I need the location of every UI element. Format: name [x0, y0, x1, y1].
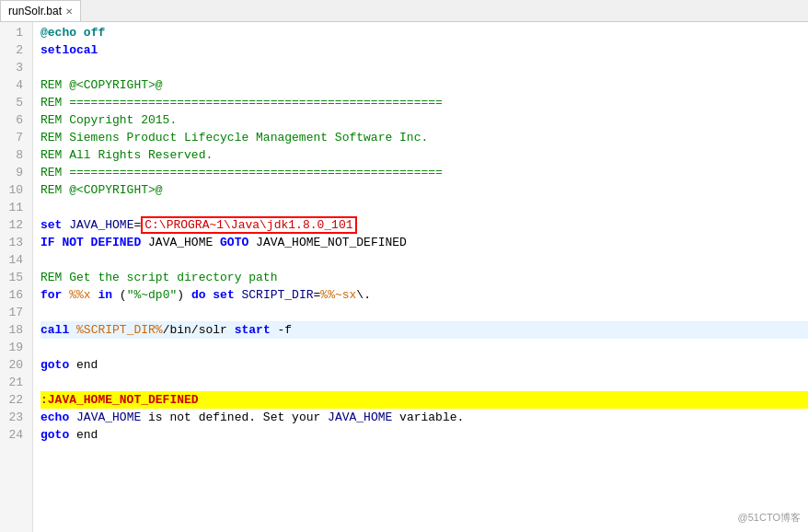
line-num-5: 5	[0, 94, 27, 111]
line-num-21: 21	[0, 374, 27, 391]
tab-label: runSolr.bat	[8, 5, 62, 17]
code-line-9: REM ====================================…	[40, 164, 808, 181]
code-line-15: REM Get the script directory path	[40, 269, 808, 286]
code-line-12: set JAVA_HOME=C:\PROGRA~1\Java\jdk1.8.0_…	[40, 216, 808, 234]
line-num-24: 24	[0, 426, 27, 444]
line-num-12: 12	[0, 216, 27, 234]
code-line-2: setlocal	[40, 41, 808, 59]
code-line-10: REM @<COPYRIGHT>@	[40, 181, 808, 199]
tab-bar: runSolr.bat ✕	[0, 0, 808, 22]
code-line-7: REM Siemens Product Lifecycle Management…	[40, 129, 808, 146]
line-num-2: 2	[0, 41, 27, 59]
code-line-13: IF NOT DEFINED JAVA_HOME GOTO JAVA_HOME_…	[40, 234, 808, 251]
line-num-20: 20	[0, 356, 27, 374]
code-line-6: REM Copyright 2015.	[40, 111, 808, 129]
line-num-8: 8	[0, 146, 27, 164]
code-line-18: call %SCRIPT_DIR%/bin/solr start -f	[40, 321, 808, 339]
line-num-7: 7	[0, 129, 27, 146]
code-line-14	[40, 251, 808, 269]
code-line-11	[40, 199, 808, 216]
code-line-20: goto end	[40, 356, 808, 374]
line-num-11: 11	[0, 199, 27, 216]
line-num-3: 3	[0, 59, 27, 76]
watermark: @51CTO博客	[738, 511, 801, 525]
line-num-18: 18	[0, 321, 27, 339]
line-numbers: 1 2 3 4 5 6 7 8 9 10 11 12 13 14 15 16 1…	[0, 22, 33, 532]
code-line-17	[40, 304, 808, 321]
code-line-23: echo JAVA_HOME is not defined. Set your …	[40, 409, 808, 426]
line-num-4: 4	[0, 76, 27, 94]
tab-runsolr[interactable]: runSolr.bat ✕	[0, 0, 81, 21]
code-line-3	[40, 59, 808, 76]
code-content[interactable]: @echo off setlocal REM @<COPYRIGHT>@ REM…	[33, 22, 808, 532]
line-num-14: 14	[0, 251, 27, 269]
line-num-9: 9	[0, 164, 27, 181]
line-num-22: 22	[0, 391, 27, 409]
code-line-4: REM @<COPYRIGHT>@	[40, 76, 808, 94]
line-num-19: 19	[0, 339, 27, 356]
line-num-15: 15	[0, 269, 27, 286]
code-line-22: :JAVA_HOME_NOT_DEFINED	[40, 391, 808, 409]
code-line-21	[40, 374, 808, 391]
line-num-17: 17	[0, 304, 27, 321]
code-line-16: for %%x in ("%~dp0") do set SCRIPT_DIR=%…	[40, 286, 808, 304]
java-home-path: C:\PROGRA~1\Java\jdk1.8.0_101	[141, 216, 356, 234]
code-line-1: @echo off	[40, 24, 808, 41]
tab-close-icon[interactable]: ✕	[65, 6, 73, 17]
code-line-19	[40, 339, 808, 356]
code-line-8: REM All Rights Reserved.	[40, 146, 808, 164]
line-num-16: 16	[0, 286, 27, 304]
code-editor: 1 2 3 4 5 6 7 8 9 10 11 12 13 14 15 16 1…	[0, 22, 808, 532]
line-num-6: 6	[0, 111, 27, 129]
code-line-24: goto end	[40, 426, 808, 444]
code-line-5: REM ====================================…	[40, 94, 808, 111]
line-num-1: 1	[0, 24, 27, 41]
line-num-10: 10	[0, 181, 27, 199]
line-num-13: 13	[0, 234, 27, 251]
line-num-23: 23	[0, 409, 27, 426]
